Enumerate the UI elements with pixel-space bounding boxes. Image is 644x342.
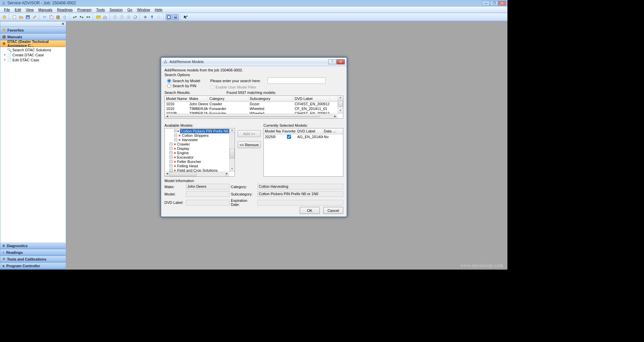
connect2-icon[interactable]	[79, 14, 85, 20]
col-subcategory[interactable]: Subcategory	[248, 96, 293, 102]
save-icon[interactable]	[25, 14, 31, 20]
expand-icon[interactable]	[172, 14, 179, 20]
sel-col-dvd[interactable]: DVD Label	[296, 128, 323, 134]
connect3-icon[interactable]	[85, 14, 91, 20]
cat-label: Category:	[231, 185, 256, 189]
cut-icon[interactable]: ✂	[42, 14, 48, 20]
edit-icon[interactable]	[32, 14, 38, 20]
fwd-icon[interactable]	[119, 14, 125, 20]
expand-icon[interactable]: +	[174, 138, 177, 141]
tree-node-label: Display	[177, 147, 189, 151]
sidebar-item-readings[interactable]: ≡ Readings	[0, 249, 66, 256]
table-row[interactable]: 1010John DeereCrawlerDozerCFHIST_EN_2009…	[165, 102, 343, 107]
paste-icon[interactable]	[55, 14, 61, 20]
svg-rect-22	[168, 16, 170, 18]
remove-button[interactable]: << Remove	[238, 141, 261, 148]
tree-item-edit-dtac[interactable]: + 📄 Edit DTAC Case	[3, 57, 64, 62]
svg-point-15	[113, 15, 117, 19]
expand-icon[interactable]: +	[169, 160, 172, 163]
tree-item-create-dtac[interactable]: + 📄 Create DTAC Case	[3, 52, 64, 57]
refresh-icon[interactable]	[132, 14, 138, 20]
ok-button[interactable]: OK	[300, 207, 320, 214]
radio-search-by-pin[interactable]: Search by PIN	[167, 84, 200, 88]
sidebar-item-dtac[interactable]: ◉ DTAC (Dealer Technical Assistance C...	[0, 40, 66, 47]
expand-icon[interactable]: +	[169, 147, 172, 150]
menu-go[interactable]: Go	[125, 7, 134, 12]
add-button[interactable]: Add >>	[238, 130, 261, 137]
settings-icon[interactable]	[156, 14, 162, 20]
home-icon[interactable]	[102, 14, 108, 20]
tree-node[interactable]: +×Felling Head	[165, 164, 229, 168]
menu-edit[interactable]: Edit	[13, 7, 23, 12]
table-row[interactable]: 1010TIMBERJACKForwarderWheeledCF_EN_2014…	[165, 107, 343, 111]
results-hscroll[interactable]: ◀▶	[165, 114, 338, 118]
favorite-checkbox[interactable]	[287, 135, 291, 139]
trash-icon[interactable]	[62, 14, 68, 20]
col-model[interactable]: Model Name	[165, 96, 188, 102]
menu-readings[interactable]: Readings	[55, 7, 75, 12]
expand-icon[interactable]: +	[169, 151, 172, 154]
cancel-button[interactable]: Cancel	[323, 207, 343, 214]
menu-program[interactable]: Program	[75, 7, 93, 12]
expand-icon[interactable]: +	[174, 129, 177, 132]
expand-icon[interactable]: +	[169, 164, 172, 167]
results-vscroll[interactable]: ▲▼	[338, 96, 343, 114]
menu-view[interactable]: View	[24, 7, 36, 12]
menu-manuals[interactable]: Manuals	[36, 7, 54, 12]
minimize-button[interactable]: —	[482, 1, 490, 6]
col-dvd[interactable]: DVD Label	[293, 96, 330, 102]
gear-icon[interactable]	[1, 14, 7, 20]
copy-icon[interactable]	[48, 14, 54, 20]
tree-node[interactable]: +×Feller Buncher	[165, 159, 229, 164]
sidebar-item-label: Manuals	[7, 35, 22, 39]
cursor-help-icon[interactable]	[183, 14, 189, 20]
tree-node-label: Excavator	[177, 155, 194, 159]
menu-session[interactable]: Session	[107, 7, 125, 12]
radio-search-by-model[interactable]: Search by Model	[167, 79, 200, 83]
maximize-button[interactable]: ❐	[490, 1, 498, 6]
sidebar-item-favorites[interactable]: ⚙ Favorites	[0, 27, 66, 34]
menu-help[interactable]: Help	[153, 7, 164, 12]
tree-node[interactable]: +×Cotton Strippers	[165, 133, 229, 137]
sidebar-item-diagnostics[interactable]: ◆ Diagnostics	[0, 242, 66, 249]
back-icon[interactable]	[112, 14, 118, 20]
stop-icon[interactable]	[126, 14, 132, 20]
dialog-help-button[interactable]: ?	[328, 59, 336, 64]
expand-icon[interactable]: +	[169, 169, 172, 172]
window-icon[interactable]	[166, 14, 172, 20]
expand-icon[interactable]: +	[169, 142, 172, 146]
sel-col-fav[interactable]: Favorite	[281, 128, 296, 134]
pin-icon[interactable]	[149, 14, 155, 20]
sel-col-data[interactable]: Data ...	[323, 128, 336, 134]
tree-node[interactable]: +×Harvester	[165, 137, 229, 142]
sidebar-item-tests[interactable]: ✦ Tests and Calibrations	[0, 256, 66, 263]
search-input[interactable]	[267, 77, 326, 84]
new-icon[interactable]	[11, 14, 17, 20]
menu-tools[interactable]: Tools	[94, 7, 107, 12]
tree-node[interactable]: +×Engine	[165, 151, 229, 155]
avail-vscroll[interactable]: ▲▼	[229, 128, 235, 172]
diamond-icon[interactable]	[142, 14, 148, 20]
tree-node[interactable]: +×Excavator	[165, 155, 229, 159]
sidebar-close-icon[interactable]: ✕	[61, 22, 64, 26]
open-icon[interactable]	[18, 14, 24, 20]
selected-row[interactable]: 2025R AG_EN_201406... No	[264, 134, 343, 139]
tree-node[interactable]: +×Field and Crop Solutions	[165, 168, 229, 172]
col-make[interactable]: Make	[188, 96, 208, 102]
sidebar-item-program[interactable]: ■ Program Controller	[0, 263, 66, 269]
menu-window[interactable]: Window	[135, 7, 152, 12]
dialog-close-button[interactable]: ✕	[337, 59, 345, 64]
menu-file[interactable]: File	[2, 7, 12, 12]
connect1-icon[interactable]	[72, 14, 78, 20]
sel-col-model[interactable]: Model Name	[264, 128, 281, 134]
col-category[interactable]: Category	[208, 96, 248, 102]
tree-item-search-dtac[interactable]: 🔍 Search DTAC Solutions	[3, 48, 64, 52]
tree-node[interactable]: +×Cotton Pickers PIN Prefix N0 or 1N	[165, 129, 229, 133]
avail-hscroll[interactable]: ◀▶	[165, 172, 229, 176]
mail-icon[interactable]	[95, 14, 101, 20]
expand-icon[interactable]: +	[174, 134, 177, 137]
expand-icon[interactable]: +	[169, 156, 172, 159]
tree-node[interactable]: +×Display	[165, 146, 229, 151]
close-button[interactable]: ✕	[498, 1, 506, 6]
tree-node[interactable]: +×Crawler	[165, 142, 229, 146]
